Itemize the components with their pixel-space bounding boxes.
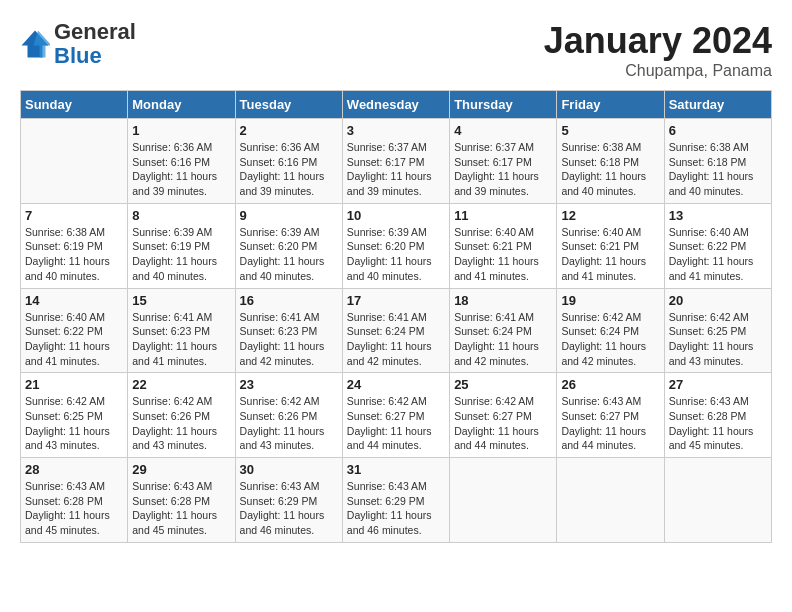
- calendar-cell: 12Sunrise: 6:40 AMSunset: 6:21 PMDayligh…: [557, 203, 664, 288]
- calendar-cell: 31Sunrise: 6:43 AMSunset: 6:29 PMDayligh…: [342, 458, 449, 543]
- calendar-week-3: 14Sunrise: 6:40 AMSunset: 6:22 PMDayligh…: [21, 288, 772, 373]
- calendar-cell: 29Sunrise: 6:43 AMSunset: 6:28 PMDayligh…: [128, 458, 235, 543]
- calendar-cell: 13Sunrise: 6:40 AMSunset: 6:22 PMDayligh…: [664, 203, 771, 288]
- calendar-cell: [557, 458, 664, 543]
- day-info: Sunrise: 6:41 AMSunset: 6:24 PMDaylight:…: [454, 310, 552, 369]
- day-number: 29: [132, 462, 230, 477]
- day-info: Sunrise: 6:43 AMSunset: 6:28 PMDaylight:…: [132, 479, 230, 538]
- day-info: Sunrise: 6:37 AMSunset: 6:17 PMDaylight:…: [347, 140, 445, 199]
- weekday-header-tuesday: Tuesday: [235, 91, 342, 119]
- day-number: 30: [240, 462, 338, 477]
- day-number: 27: [669, 377, 767, 392]
- calendar-cell: 19Sunrise: 6:42 AMSunset: 6:24 PMDayligh…: [557, 288, 664, 373]
- weekday-header-monday: Monday: [128, 91, 235, 119]
- day-info: Sunrise: 6:43 AMSunset: 6:27 PMDaylight:…: [561, 394, 659, 453]
- day-number: 28: [25, 462, 123, 477]
- logo-general-text: General: [54, 19, 136, 44]
- day-number: 8: [132, 208, 230, 223]
- calendar-cell: 2Sunrise: 6:36 AMSunset: 6:16 PMDaylight…: [235, 119, 342, 204]
- day-info: Sunrise: 6:42 AMSunset: 6:27 PMDaylight:…: [347, 394, 445, 453]
- day-number: 12: [561, 208, 659, 223]
- day-info: Sunrise: 6:36 AMSunset: 6:16 PMDaylight:…: [240, 140, 338, 199]
- day-number: 19: [561, 293, 659, 308]
- day-number: 10: [347, 208, 445, 223]
- calendar-cell: 18Sunrise: 6:41 AMSunset: 6:24 PMDayligh…: [450, 288, 557, 373]
- day-number: 3: [347, 123, 445, 138]
- day-number: 13: [669, 208, 767, 223]
- calendar-cell: 6Sunrise: 6:38 AMSunset: 6:18 PMDaylight…: [664, 119, 771, 204]
- calendar-cell: [21, 119, 128, 204]
- day-number: 21: [25, 377, 123, 392]
- day-number: 15: [132, 293, 230, 308]
- logo: General Blue: [20, 20, 136, 68]
- day-info: Sunrise: 6:42 AMSunset: 6:26 PMDaylight:…: [132, 394, 230, 453]
- calendar-cell: 30Sunrise: 6:43 AMSunset: 6:29 PMDayligh…: [235, 458, 342, 543]
- day-info: Sunrise: 6:38 AMSunset: 6:19 PMDaylight:…: [25, 225, 123, 284]
- calendar-cell: 24Sunrise: 6:42 AMSunset: 6:27 PMDayligh…: [342, 373, 449, 458]
- day-info: Sunrise: 6:43 AMSunset: 6:29 PMDaylight:…: [240, 479, 338, 538]
- day-info: Sunrise: 6:40 AMSunset: 6:21 PMDaylight:…: [561, 225, 659, 284]
- month-title: January 2024: [544, 20, 772, 62]
- day-number: 6: [669, 123, 767, 138]
- day-number: 26: [561, 377, 659, 392]
- calendar-table: SundayMondayTuesdayWednesdayThursdayFrid…: [20, 90, 772, 543]
- day-info: Sunrise: 6:41 AMSunset: 6:24 PMDaylight:…: [347, 310, 445, 369]
- calendar-cell: [664, 458, 771, 543]
- day-number: 23: [240, 377, 338, 392]
- calendar-cell: 25Sunrise: 6:42 AMSunset: 6:27 PMDayligh…: [450, 373, 557, 458]
- calendar-cell: 11Sunrise: 6:40 AMSunset: 6:21 PMDayligh…: [450, 203, 557, 288]
- calendar-week-1: 1Sunrise: 6:36 AMSunset: 6:16 PMDaylight…: [21, 119, 772, 204]
- calendar-cell: 28Sunrise: 6:43 AMSunset: 6:28 PMDayligh…: [21, 458, 128, 543]
- calendar-cell: 23Sunrise: 6:42 AMSunset: 6:26 PMDayligh…: [235, 373, 342, 458]
- day-number: 9: [240, 208, 338, 223]
- day-number: 16: [240, 293, 338, 308]
- calendar-cell: 3Sunrise: 6:37 AMSunset: 6:17 PMDaylight…: [342, 119, 449, 204]
- calendar-cell: 1Sunrise: 6:36 AMSunset: 6:16 PMDaylight…: [128, 119, 235, 204]
- day-info: Sunrise: 6:38 AMSunset: 6:18 PMDaylight:…: [561, 140, 659, 199]
- day-info: Sunrise: 6:39 AMSunset: 6:20 PMDaylight:…: [240, 225, 338, 284]
- day-number: 11: [454, 208, 552, 223]
- weekday-header-friday: Friday: [557, 91, 664, 119]
- calendar-cell: 16Sunrise: 6:41 AMSunset: 6:23 PMDayligh…: [235, 288, 342, 373]
- calendar-body: 1Sunrise: 6:36 AMSunset: 6:16 PMDaylight…: [21, 119, 772, 543]
- calendar-cell: 20Sunrise: 6:42 AMSunset: 6:25 PMDayligh…: [664, 288, 771, 373]
- location-subtitle: Chupampa, Panama: [544, 62, 772, 80]
- day-number: 14: [25, 293, 123, 308]
- calendar-cell: 8Sunrise: 6:39 AMSunset: 6:19 PMDaylight…: [128, 203, 235, 288]
- day-info: Sunrise: 6:43 AMSunset: 6:28 PMDaylight:…: [25, 479, 123, 538]
- day-number: 7: [25, 208, 123, 223]
- calendar-cell: 21Sunrise: 6:42 AMSunset: 6:25 PMDayligh…: [21, 373, 128, 458]
- weekday-header-sunday: Sunday: [21, 91, 128, 119]
- day-info: Sunrise: 6:40 AMSunset: 6:21 PMDaylight:…: [454, 225, 552, 284]
- day-number: 2: [240, 123, 338, 138]
- day-info: Sunrise: 6:40 AMSunset: 6:22 PMDaylight:…: [669, 225, 767, 284]
- day-number: 4: [454, 123, 552, 138]
- calendar-week-2: 7Sunrise: 6:38 AMSunset: 6:19 PMDaylight…: [21, 203, 772, 288]
- calendar-cell: 15Sunrise: 6:41 AMSunset: 6:23 PMDayligh…: [128, 288, 235, 373]
- day-number: 25: [454, 377, 552, 392]
- calendar-header: SundayMondayTuesdayWednesdayThursdayFrid…: [21, 91, 772, 119]
- day-number: 22: [132, 377, 230, 392]
- day-info: Sunrise: 6:38 AMSunset: 6:18 PMDaylight:…: [669, 140, 767, 199]
- day-info: Sunrise: 6:42 AMSunset: 6:25 PMDaylight:…: [25, 394, 123, 453]
- logo-blue-text: Blue: [54, 43, 102, 68]
- title-block: January 2024 Chupampa, Panama: [544, 20, 772, 80]
- calendar-cell: 4Sunrise: 6:37 AMSunset: 6:17 PMDaylight…: [450, 119, 557, 204]
- day-number: 17: [347, 293, 445, 308]
- calendar-cell: 27Sunrise: 6:43 AMSunset: 6:28 PMDayligh…: [664, 373, 771, 458]
- day-info: Sunrise: 6:43 AMSunset: 6:29 PMDaylight:…: [347, 479, 445, 538]
- day-info: Sunrise: 6:40 AMSunset: 6:22 PMDaylight:…: [25, 310, 123, 369]
- calendar-week-5: 28Sunrise: 6:43 AMSunset: 6:28 PMDayligh…: [21, 458, 772, 543]
- day-info: Sunrise: 6:42 AMSunset: 6:25 PMDaylight:…: [669, 310, 767, 369]
- day-info: Sunrise: 6:42 AMSunset: 6:27 PMDaylight:…: [454, 394, 552, 453]
- day-number: 31: [347, 462, 445, 477]
- calendar-cell: 26Sunrise: 6:43 AMSunset: 6:27 PMDayligh…: [557, 373, 664, 458]
- calendar-week-4: 21Sunrise: 6:42 AMSunset: 6:25 PMDayligh…: [21, 373, 772, 458]
- calendar-cell: 22Sunrise: 6:42 AMSunset: 6:26 PMDayligh…: [128, 373, 235, 458]
- day-number: 24: [347, 377, 445, 392]
- calendar-cell: [450, 458, 557, 543]
- page-header: General Blue January 2024 Chupampa, Pana…: [20, 20, 772, 80]
- day-info: Sunrise: 6:42 AMSunset: 6:24 PMDaylight:…: [561, 310, 659, 369]
- day-info: Sunrise: 6:42 AMSunset: 6:26 PMDaylight:…: [240, 394, 338, 453]
- day-info: Sunrise: 6:37 AMSunset: 6:17 PMDaylight:…: [454, 140, 552, 199]
